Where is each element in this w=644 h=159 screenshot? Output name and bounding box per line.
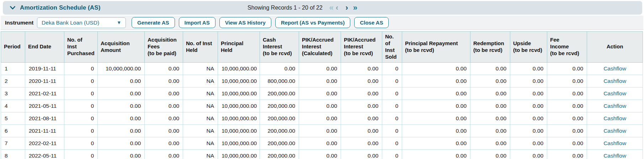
table-cell: 0.00 — [470, 124, 510, 137]
view-as-history-button[interactable]: View AS History — [219, 17, 271, 28]
column-header: Acquisition Amount — [98, 32, 145, 63]
chevron-down-icon[interactable] — [10, 6, 15, 10]
records-pagination: Showing Records 1 - 20 of 22 « ‹ › » — [248, 4, 358, 12]
table-cell: 0.00 — [402, 62, 470, 75]
table-cell: 0.00 — [98, 112, 145, 124]
table-cell: Cashflow — [587, 137, 643, 149]
cashflow-link[interactable]: Cashflow — [603, 65, 626, 71]
table-cell: 0 — [64, 87, 98, 100]
table-cell: Cashflow — [587, 87, 643, 100]
column-header: Period — [1, 32, 25, 63]
records-info: Showing Records 1 - 20 of 22 — [248, 5, 323, 11]
table-cell: 0.00 — [402, 75, 470, 87]
cashflow-link[interactable]: Cashflow — [603, 103, 626, 109]
table-cell: 200,000.00 — [260, 100, 299, 112]
panel-header: Amortization Schedule (AS) Showing Recor… — [3, 1, 642, 15]
dropdown-caret-icon: ▼ — [117, 20, 121, 25]
amortization-schedule-panel: Amortization Schedule (AS) Showing Recor… — [0, 0, 644, 159]
table-cell: 0 — [64, 75, 98, 87]
table-cell: 200,000.00 — [260, 149, 299, 159]
amortization-table-wrap: PeriodEnd DateNo. of Inst PurchasedAcqui… — [1, 31, 643, 159]
table-cell: 0 — [64, 62, 98, 75]
table-cell: 0.00 — [547, 124, 587, 137]
report-as-vs-payments-button[interactable]: Report (AS vs Payments) — [275, 17, 350, 28]
column-header: Upside (to be rcvd) — [510, 32, 547, 63]
table-cell: 2022-02-11 — [25, 137, 64, 149]
pagination-prev-icon[interactable]: ‹ — [335, 4, 339, 12]
table-cell: 2021-08-11 — [25, 112, 64, 124]
close-as-button[interactable]: Close AS — [354, 17, 389, 28]
column-header: No. of Inst Sold — [382, 32, 402, 63]
table-cell: 200,000.00 — [260, 137, 299, 149]
table-cell: 0.00 — [547, 149, 587, 159]
pagination-next-icon[interactable]: › — [344, 4, 349, 12]
table-cell: NA — [183, 149, 218, 159]
table-cell: 0 — [382, 62, 402, 75]
table-cell: 0.00 — [341, 149, 382, 159]
column-header: Cash Interest (to be rcvd) — [260, 32, 299, 63]
table-cell: 0.00 — [402, 124, 470, 137]
table-cell: NA — [183, 137, 218, 149]
table-cell: 0 — [64, 149, 98, 159]
table-cell: 0 — [64, 137, 98, 149]
table-row: 82022-05-1100.000.00NA10,000,000.00200,0… — [1, 149, 643, 159]
table-cell: 0.00 — [341, 62, 382, 75]
table-cell: 0.00 — [98, 124, 145, 137]
pagination-first-icon[interactable]: « — [328, 4, 335, 12]
table-cell: 0.00 — [470, 149, 510, 159]
cashflow-link[interactable]: Cashflow — [603, 140, 626, 146]
table-cell: 8 — [1, 149, 25, 159]
table-cell: Cashflow — [587, 75, 643, 87]
cashflow-link[interactable]: Cashflow — [603, 115, 626, 121]
table-cell: 200,000.00 — [260, 124, 299, 137]
table-cell: 0.00 — [145, 149, 183, 159]
cashflow-link[interactable]: Cashflow — [603, 90, 626, 96]
table-cell: 0.00 — [510, 62, 547, 75]
table-cell: NA — [183, 124, 218, 137]
table-row: 12019-11-11010,000,000.000.00NA10,000,00… — [1, 62, 643, 75]
table-cell: 0.00 — [402, 87, 470, 100]
import-as-button[interactable]: Import AS — [179, 17, 215, 28]
table-cell: 0.00 — [510, 149, 547, 159]
table-cell: 0 — [64, 100, 98, 112]
generate-as-button[interactable]: Generate AS — [132, 17, 175, 28]
table-cell: 800,000.00 — [260, 75, 299, 87]
table-cell: 0.00 — [510, 112, 547, 124]
table-cell: 4 — [1, 100, 25, 112]
table-cell: 10,000,000.00 — [218, 62, 260, 75]
table-cell: 0.00 — [341, 75, 382, 87]
table-cell: 0 — [382, 75, 402, 87]
cashflow-link[interactable]: Cashflow — [603, 153, 626, 159]
pagination-last-icon[interactable]: » — [352, 4, 358, 12]
table-cell: 0.00 — [299, 149, 341, 159]
table-cell: 0.00 — [299, 112, 341, 124]
table-cell: 2022-05-11 — [25, 149, 64, 159]
table-cell: Cashflow — [587, 112, 643, 124]
table-cell: 0.00 — [299, 62, 341, 75]
table-cell: 0.00 — [402, 100, 470, 112]
table-cell: 0.00 — [547, 100, 587, 112]
table-cell: 10,000,000.00 — [218, 137, 260, 149]
table-cell: 0.00 — [470, 100, 510, 112]
table-cell: 0.00 — [470, 112, 510, 124]
table-cell: 10,000,000.00 — [218, 124, 260, 137]
table-cell: 0.00 — [145, 75, 183, 87]
cashflow-link[interactable]: Cashflow — [603, 128, 626, 134]
instrument-label: Instrument — [5, 20, 33, 26]
column-header: Acquisition Fees (to be paid) — [145, 32, 183, 63]
column-header: PIK/Accrued Interest (to be rcvd) — [341, 32, 382, 63]
instrument-dropdown[interactable]: Deka Bank Loan (USD) ▼ — [37, 17, 126, 28]
table-cell: 0.00 — [145, 87, 183, 100]
table-row: 22020-11-1100.000.00NA10,000,000.00800,0… — [1, 75, 643, 87]
table-cell: 0.00 — [510, 124, 547, 137]
cashflow-link[interactable]: Cashflow — [603, 78, 626, 84]
table-cell: 0.00 — [547, 75, 587, 87]
table-header-row: PeriodEnd DateNo. of Inst PurchasedAcqui… — [1, 32, 643, 63]
table-cell: 10,000,000.00 — [218, 112, 260, 124]
column-header: No. of Inst Held — [183, 32, 218, 63]
table-cell: 6 — [1, 124, 25, 137]
table-cell: 0.00 — [547, 62, 587, 75]
table-cell: 0.00 — [98, 100, 145, 112]
table-cell: 0.00 — [145, 62, 183, 75]
table-cell: 0.00 — [98, 149, 145, 159]
